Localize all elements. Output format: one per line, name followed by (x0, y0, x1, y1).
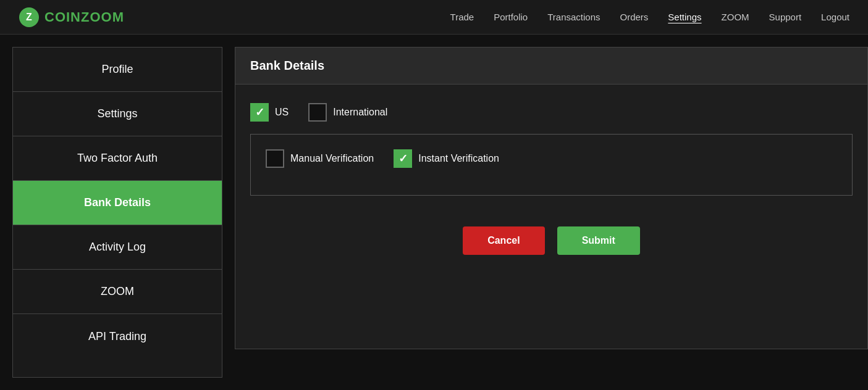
sidebar-item-profile[interactable]: Profile (13, 48, 222, 92)
main-content: Bank Details US International (222, 47, 868, 378)
bank-details-panel: Bank Details US International (235, 47, 868, 349)
nav-logout[interactable]: Logout (821, 12, 849, 22)
nav-orders[interactable]: Orders (620, 12, 649, 22)
us-checkbox-item[interactable]: US (250, 103, 289, 122)
sidebar-item-activity-log[interactable]: Activity Log (13, 225, 222, 270)
panel-body: US International Manual Verification (235, 85, 867, 273)
manual-verification-item[interactable]: Manual Verification (266, 149, 374, 168)
page-layout: Profile Settings Two Factor Auth Bank De… (0, 35, 868, 390)
logo: Z COINZOOM (19, 7, 124, 28)
verification-panel: Manual Verification Instant Verification (250, 134, 853, 196)
sidebar-item-two-factor-auth[interactable]: Two Factor Auth (13, 136, 222, 181)
nav-trade[interactable]: Trade (450, 12, 474, 22)
sidebar-item-settings[interactable]: Settings (13, 92, 222, 136)
submit-button[interactable]: Submit (557, 226, 640, 255)
manual-verification-checkbox[interactable] (266, 149, 284, 168)
us-checkbox[interactable] (250, 103, 269, 122)
svg-text:Z: Z (26, 12, 32, 22)
logo-text: COINZOOM (44, 9, 124, 25)
header: Z COINZOOM Trade Portfolio Transactions … (0, 0, 868, 35)
instant-verification-item[interactable]: Instant Verification (394, 149, 499, 168)
international-label: International (333, 107, 387, 118)
international-checkbox[interactable] (308, 103, 327, 122)
sidebar: Profile Settings Two Factor Auth Bank De… (12, 47, 222, 378)
instant-verification-checkbox[interactable] (394, 149, 412, 168)
international-checkbox-item[interactable]: International (308, 103, 387, 122)
bank-type-row: US International (250, 103, 853, 122)
sidebar-item-bank-details[interactable]: Bank Details (13, 181, 222, 225)
manual-verification-label: Manual Verification (290, 153, 374, 164)
sidebar-item-zoom[interactable]: ZOOM (13, 270, 222, 314)
logo-zoom: ZOOM (81, 9, 124, 25)
panel-title: Bank Details (235, 48, 867, 85)
nav-settings[interactable]: Settings (668, 12, 701, 22)
nav-zoom[interactable]: ZOOM (722, 12, 749, 22)
verification-row: Manual Verification Instant Verification (266, 149, 837, 168)
coinzoom-logo-icon: Z (19, 7, 40, 28)
logo-coin: COIN (44, 9, 81, 25)
us-label: US (275, 107, 289, 118)
nav-support[interactable]: Support (769, 12, 802, 22)
nav-portfolio[interactable]: Portfolio (494, 12, 528, 22)
sidebar-item-api-trading[interactable]: API Trading (13, 314, 222, 359)
instant-verification-label: Instant Verification (418, 153, 499, 164)
cancel-button[interactable]: Cancel (463, 226, 544, 255)
action-row: Cancel Submit (250, 226, 853, 255)
nav-transactions[interactable]: Transactions (547, 12, 600, 22)
main-nav: Trade Portfolio Transactions Orders Sett… (450, 12, 849, 22)
